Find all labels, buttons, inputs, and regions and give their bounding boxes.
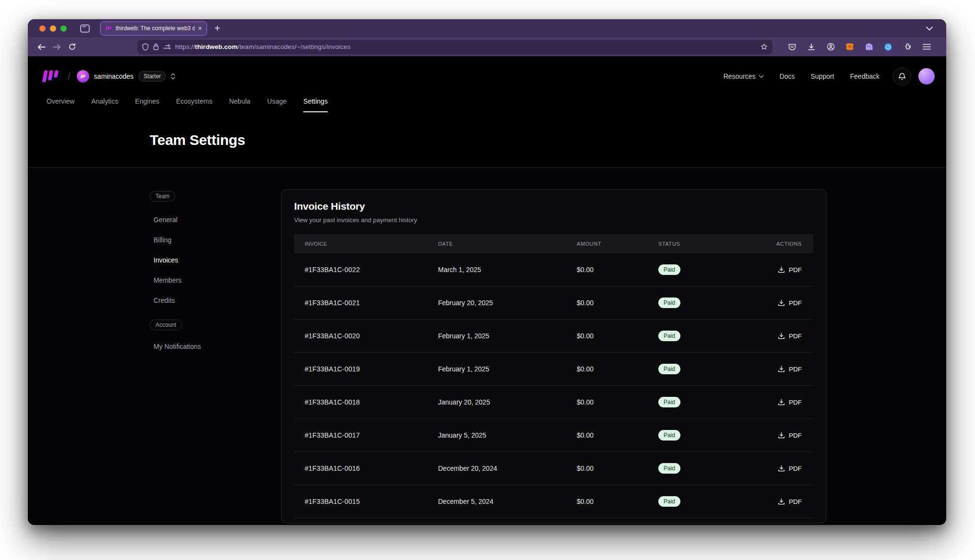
table-row: #1F33BA1C-0022 March 1, 2025 $0.00 Paid … bbox=[294, 253, 813, 286]
download-icon bbox=[778, 366, 785, 373]
tab-ecosystems[interactable]: Ecosystems bbox=[176, 97, 212, 112]
tab-nebula[interactable]: Nebula bbox=[229, 97, 250, 112]
maximize-window-button[interactable] bbox=[60, 25, 67, 32]
invoice-amount: $0.00 bbox=[577, 431, 658, 439]
nav-support[interactable]: Support bbox=[810, 72, 834, 80]
thirdweb-logo[interactable] bbox=[39, 70, 61, 83]
status-badge: Paid bbox=[658, 496, 680, 507]
tab-usage[interactable]: Usage bbox=[267, 97, 286, 112]
invoice-number: #1F33BA1C-0016 bbox=[294, 465, 438, 472]
metamask-extension-icon[interactable] bbox=[843, 40, 857, 54]
sidebar-item-general[interactable]: General bbox=[150, 216, 260, 224]
reload-button[interactable] bbox=[64, 40, 80, 54]
sidebar-item-my-notifications[interactable]: My Notifications bbox=[150, 343, 260, 350]
user-avatar[interactable] bbox=[918, 68, 935, 84]
thirdweb-favicon bbox=[105, 25, 112, 31]
tab-settings[interactable]: Settings bbox=[303, 97, 328, 112]
download-icon bbox=[778, 399, 785, 406]
notifications-bell-button[interactable] bbox=[893, 67, 911, 85]
tab-analytics[interactable]: Analytics bbox=[91, 97, 118, 112]
tab-overview[interactable]: Overview bbox=[47, 97, 74, 112]
team-name[interactable]: saminacodes bbox=[94, 72, 134, 80]
connection-secure-lock-icon[interactable] bbox=[153, 43, 159, 50]
sidebar-group-account: Account bbox=[150, 320, 182, 330]
sidebar-item-members[interactable]: Members bbox=[150, 276, 260, 284]
invoices-table: INVOICE DATE AMOUNT STATUS ACTIONS #1F33… bbox=[294, 234, 813, 518]
browser-tab[interactable]: thirdweb: The complete web3 d × bbox=[100, 22, 207, 36]
download-icon bbox=[778, 266, 785, 274]
firefox-view-icon[interactable] bbox=[80, 24, 90, 33]
sidebar-item-credits[interactable]: Credits bbox=[150, 297, 260, 304]
url-bar[interactable]: https://thirdweb.com/team/saminacodes/~/… bbox=[137, 40, 773, 54]
phantom-extension-icon[interactable] bbox=[862, 40, 876, 54]
download-icon bbox=[778, 299, 785, 307]
toolbar-extensions-area bbox=[785, 40, 934, 54]
table-row: #1F33BA1C-0021 February 20, 2025 $0.00 P… bbox=[294, 286, 813, 320]
team-avatar[interactable] bbox=[77, 70, 89, 83]
browser-window: thirdweb: The complete web3 d × + bbox=[28, 19, 946, 525]
sidebar-item-billing[interactable]: Billing bbox=[150, 236, 260, 244]
new-tab-button[interactable]: + bbox=[214, 23, 220, 34]
invoice-amount: $0.00 bbox=[577, 299, 658, 307]
download-pdf-button[interactable]: PDF bbox=[778, 465, 802, 472]
window-controls bbox=[39, 25, 67, 32]
status-badge: Paid bbox=[658, 463, 680, 474]
table-row: #1F33BA1C-0016 December 20, 2024 $0.00 P… bbox=[294, 452, 813, 485]
close-tab-icon[interactable]: × bbox=[198, 25, 202, 32]
download-pdf-button[interactable]: PDF bbox=[778, 399, 802, 406]
browser-tab-bar: thirdweb: The complete web3 d × + bbox=[28, 19, 946, 37]
invoice-amount: $0.00 bbox=[577, 365, 658, 373]
onepassword-extension-icon[interactable] bbox=[881, 40, 895, 54]
download-pdf-button[interactable]: PDF bbox=[778, 266, 802, 274]
bookmark-star-icon[interactable] bbox=[761, 43, 768, 50]
tracking-protection-shield-icon[interactable] bbox=[142, 43, 149, 51]
download-pdf-button[interactable]: PDF bbox=[778, 432, 802, 439]
firefox-account-icon[interactable] bbox=[823, 40, 838, 54]
card-subtitle: View your past invoices and payment hist… bbox=[294, 216, 813, 224]
download-pdf-button[interactable]: PDF bbox=[778, 299, 802, 307]
download-pdf-button[interactable]: PDF bbox=[778, 498, 802, 505]
invoice-number: #1F33BA1C-0022 bbox=[294, 266, 438, 274]
invoice-date: February 1, 2025 bbox=[438, 365, 577, 373]
invoice-amount: $0.00 bbox=[577, 332, 658, 340]
tab-engines[interactable]: Engines bbox=[135, 97, 159, 112]
sidebar-item-invoices[interactable]: Invoices bbox=[150, 256, 260, 264]
back-button[interactable] bbox=[34, 40, 49, 54]
downloads-icon[interactable] bbox=[804, 40, 819, 54]
nav-docs[interactable]: Docs bbox=[780, 72, 795, 80]
download-pdf-button[interactable]: PDF bbox=[778, 366, 802, 373]
status-badge: Paid bbox=[658, 264, 680, 275]
address-text[interactable]: https://thirdweb.com/team/saminacodes/~/… bbox=[175, 43, 756, 50]
invoice-number: #1F33BA1C-0015 bbox=[294, 498, 438, 505]
invoice-amount: $0.00 bbox=[577, 465, 658, 472]
invoice-amount: $0.00 bbox=[577, 398, 658, 406]
tab-title: thirdweb: The complete web3 d bbox=[116, 25, 195, 32]
forward-button[interactable] bbox=[49, 40, 64, 54]
status-badge: Paid bbox=[658, 298, 680, 308]
invoice-number: #1F33BA1C-0018 bbox=[294, 398, 438, 406]
extensions-puzzle-icon[interactable] bbox=[900, 40, 915, 54]
card-title: Invoice History bbox=[294, 201, 813, 212]
minimize-window-button[interactable] bbox=[50, 25, 56, 32]
invoice-history-card: Invoice History View your past invoices … bbox=[281, 189, 826, 524]
nav-resources[interactable]: Resources bbox=[724, 72, 764, 80]
table-row: #1F33BA1C-0015 December 5, 2024 $0.00 Pa… bbox=[294, 485, 813, 518]
download-pdf-button[interactable]: PDF bbox=[778, 333, 802, 340]
nav-feedback[interactable]: Feedback bbox=[850, 72, 880, 80]
list-tabs-chevron-icon[interactable] bbox=[926, 26, 933, 31]
pocket-icon[interactable] bbox=[785, 40, 799, 54]
screenshot-canvas: thirdweb: The complete web3 d × + bbox=[0, 0, 975, 560]
table-row: #1F33BA1C-0020 February 1, 2025 $0.00 Pa… bbox=[294, 320, 813, 353]
invoice-number: #1F33BA1C-0020 bbox=[294, 332, 438, 340]
browser-toolbar: https://thirdweb.com/team/saminacodes/~/… bbox=[28, 37, 946, 57]
page-content: / saminacodes Starter Resources Docs Sup… bbox=[28, 57, 946, 525]
page-title-band: Team Settings bbox=[28, 112, 946, 167]
download-icon bbox=[778, 498, 785, 505]
close-window-button[interactable] bbox=[39, 25, 46, 32]
team-switcher-chevrons-icon[interactable] bbox=[170, 72, 176, 80]
menu-hamburger-icon[interactable] bbox=[919, 40, 934, 54]
sidebar-group-team: Team bbox=[150, 191, 175, 202]
col-status: STATUS bbox=[658, 241, 740, 247]
table-row: #1F33BA1C-0019 February 1, 2025 $0.00 Pa… bbox=[294, 353, 813, 386]
site-permissions-icon[interactable] bbox=[163, 44, 171, 50]
